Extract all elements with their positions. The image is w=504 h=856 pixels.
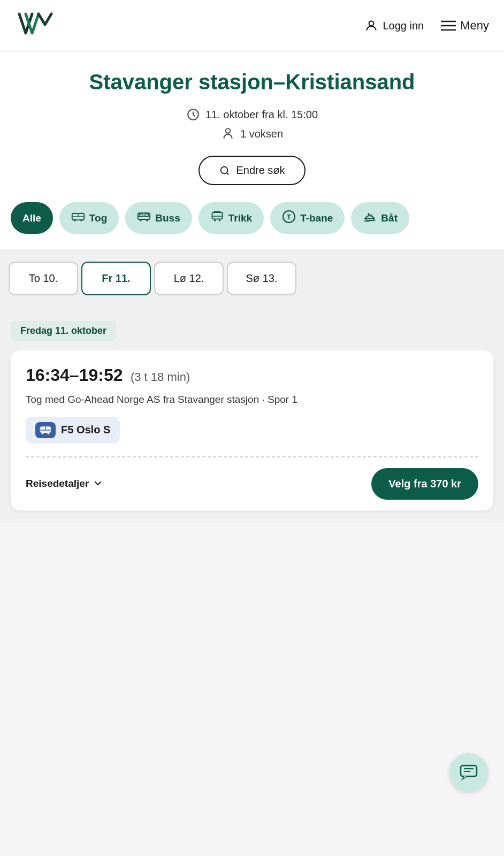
svg-point-21 [218, 219, 220, 221]
chat-icon [460, 765, 478, 781]
bat-icon [363, 211, 377, 225]
filter-chips: Alle Tog [11, 202, 493, 234]
filter-bat[interactable]: Båt [351, 202, 409, 234]
results-section: Fredag 11. oktober 16:34–19:52 (3 t 18 m… [0, 308, 504, 523]
alle-label: Alle [22, 212, 41, 224]
date-tab-lo12[interactable]: Lø 12. [154, 262, 224, 295]
train-badge-icon [40, 425, 51, 435]
change-search-button[interactable]: Endre søk [198, 156, 305, 185]
date-section: To 10. Fr 11. Lø 12. Sø 13. [0, 249, 504, 308]
svg-point-10 [80, 219, 82, 221]
date-label: 11. oktober fra kl. 15:00 [205, 109, 318, 121]
trip-description: Tog med Go-Ahead Norge AS fra Stavanger … [26, 393, 478, 407]
tbane-label: T-bane [300, 212, 333, 224]
chevron-down-icon [93, 479, 103, 488]
tog-icon [71, 211, 85, 225]
svg-point-30 [42, 432, 44, 434]
date-tabs: To 10. Fr 11. Lø 12. Sø 13. [4, 262, 500, 295]
tbane-icon: T [282, 210, 296, 226]
chat-bubble[interactable] [449, 753, 488, 792]
trip-divider [26, 456, 478, 457]
clock-icon [186, 108, 200, 121]
trip-duration: (3 t 18 min) [131, 370, 190, 384]
header-right: Logg inn Meny [364, 19, 489, 33]
trip-meta: 11. oktober fra kl. 15:00 1 voksen [15, 108, 489, 141]
filter-tog[interactable]: Tog [59, 202, 119, 234]
menu-label: Meny [460, 19, 489, 33]
trip-badge: F5 Oslo S [26, 417, 120, 444]
trip-badge-icon [35, 422, 56, 438]
svg-point-0 [369, 21, 374, 26]
svg-point-9 [74, 219, 75, 221]
svg-rect-18 [212, 212, 222, 219]
trip-header: 16:34–19:52 (3 t 18 min) [26, 365, 478, 385]
logo[interactable] [15, 10, 58, 42]
bat-label: Båt [381, 212, 398, 224]
date-tab-lo12-label: Lø 12. [174, 272, 204, 284]
buss-icon [137, 211, 151, 225]
trip-details-button[interactable]: Reisedetaljer [26, 478, 103, 490]
svg-point-31 [48, 432, 50, 434]
trip-details-label: Reisedetaljer [26, 478, 89, 490]
filter-trikk[interactable]: Trikk [198, 202, 264, 234]
svg-rect-17 [145, 214, 149, 216]
filter-section: Alle Tog [0, 202, 504, 249]
menu-icon [441, 20, 456, 32]
date-tab-so13[interactable]: Sø 13. [227, 262, 296, 295]
day-label: Fredag 11. oktober [11, 321, 493, 350]
trikk-icon [210, 211, 224, 225]
buss-label: Buss [155, 212, 180, 224]
select-button[interactable]: Velg fra 370 kr [371, 468, 478, 500]
header: Logg inn Meny [0, 0, 504, 52]
svg-text:T: T [287, 213, 291, 221]
tog-label: Tog [89, 212, 107, 224]
trip-footer: Reisedetaljer Velg fra 370 kr [26, 468, 478, 500]
passengers-label: 1 voksen [240, 128, 283, 140]
search-section: Stavanger stasjon–Kristiansand 11. oktob… [0, 52, 504, 202]
svg-point-20 [214, 219, 216, 221]
user-icon [364, 19, 378, 33]
select-label: Velg fra 370 kr [388, 478, 461, 490]
search-icon [219, 165, 231, 177]
svg-point-15 [147, 219, 148, 221]
trip-card: 16:34–19:52 (3 t 18 min) Tog med Go-Ahea… [11, 350, 493, 510]
filter-buss[interactable]: Buss [125, 202, 192, 234]
person-icon [221, 127, 235, 141]
date-tab-so13-label: Sø 13. [246, 272, 278, 284]
date-tab-fr11-label: Fr 11. [102, 272, 130, 284]
trip-badge-text: F5 Oslo S [61, 424, 110, 436]
change-search-label: Endre søk [236, 164, 285, 177]
filter-tbane[interactable]: T T-bane [270, 202, 345, 234]
filter-alle[interactable]: Alle [11, 202, 53, 234]
menu-button[interactable]: Meny [441, 19, 489, 33]
trikk-label: Trikk [228, 212, 252, 224]
svg-point-14 [140, 219, 141, 221]
route-title: Stavanger stasjon–Kristiansand [15, 69, 489, 95]
date-tab-fr11[interactable]: Fr 11. [81, 262, 151, 295]
date-tab-to10[interactable]: To 10. [9, 262, 78, 295]
svg-point-5 [226, 128, 231, 133]
date-meta: 11. oktober fra kl. 15:00 [186, 108, 318, 121]
trip-times: 16:34–19:52 [26, 365, 123, 385]
day-label-text: Fredag 11. oktober [11, 321, 116, 341]
date-tab-to10-label: To 10. [29, 272, 58, 284]
svg-point-6 [221, 166, 228, 173]
login-button[interactable]: Logg inn [364, 19, 424, 33]
passengers-meta: 1 voksen [221, 127, 283, 141]
svg-rect-16 [140, 214, 143, 216]
login-label: Logg inn [383, 20, 424, 32]
